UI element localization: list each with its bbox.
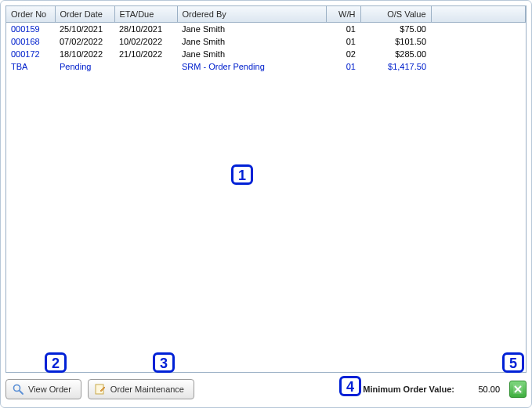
cell-eta: 10/02/2022 <box>114 35 177 48</box>
cell-os-value: $285.00 <box>360 48 431 60</box>
cell-order-date: 07/02/2022 <box>55 35 114 48</box>
min-order-label: Minimum Order Value: <box>363 385 454 394</box>
callout-2: 2 <box>45 352 67 373</box>
table-row[interactable]: 00016807/02/202210/02/2022Jane Smith01$1… <box>6 35 526 48</box>
order-maintenance-button[interactable]: Order Maintenance <box>88 379 194 399</box>
orders-table-panel: Order No Order Date ETA/Due Ordered By W… <box>5 5 527 373</box>
edit-sheet-icon <box>95 384 106 395</box>
cell-pad <box>431 48 526 60</box>
cell-eta: 21/10/2022 <box>114 48 177 60</box>
svg-line-1 <box>20 391 23 394</box>
callout-5: 5 <box>502 352 524 373</box>
cell-os-value: $101.50 <box>360 35 431 48</box>
table-row[interactable]: 00015925/10/202128/10/2021Jane Smith01$7… <box>6 23 526 36</box>
cell-pad <box>431 60 526 73</box>
cell-wh: 01 <box>326 23 360 36</box>
col-ordered-by[interactable]: Ordered By <box>177 6 326 23</box>
cell-order-no: 000159 <box>6 23 55 36</box>
view-order-label: View Order <box>28 385 71 394</box>
cell-wh: 02 <box>326 48 360 60</box>
cell-order-date: 25/10/2021 <box>55 23 114 36</box>
cell-os-value: $75.00 <box>360 23 431 36</box>
min-order-value: 50.00 <box>465 385 503 394</box>
cell-ordered-by: Jane Smith <box>177 23 326 36</box>
col-eta[interactable]: ETA/Due <box>114 6 177 23</box>
magnifier-icon <box>13 384 24 395</box>
orders-window: Order No Order Date ETA/Due Ordered By W… <box>0 0 532 408</box>
excel-icon <box>512 384 523 395</box>
cell-wh: 01 <box>326 35 360 48</box>
order-maintenance-label: Order Maintenance <box>110 385 184 394</box>
cell-wh: 01 <box>326 60 360 73</box>
cell-order-date: Pending <box>55 60 114 73</box>
cell-order-no: 000172 <box>6 48 55 60</box>
cell-ordered-by: SRM - Order Pending <box>177 60 326 73</box>
callout-3: 3 <box>153 352 175 373</box>
cell-ordered-by: Jane Smith <box>177 48 326 60</box>
orders-table: Order No Order Date ETA/Due Ordered By W… <box>6 6 526 73</box>
cell-pad <box>431 35 526 48</box>
export-excel-button[interactable] <box>509 381 527 398</box>
col-order-date[interactable]: Order Date <box>55 6 114 23</box>
col-wh[interactable]: W/H <box>326 6 360 23</box>
cell-order-no: TBA <box>6 60 55 73</box>
cell-os-value: $1,417.50 <box>360 60 431 73</box>
cell-eta: 28/10/2021 <box>114 23 177 36</box>
svg-point-0 <box>14 385 20 392</box>
cell-pad <box>431 23 526 36</box>
cell-order-no: 000168 <box>6 35 55 48</box>
callout-1: 1 <box>231 164 253 185</box>
view-order-button[interactable]: View Order <box>5 379 81 399</box>
col-pad <box>431 6 526 23</box>
cell-ordered-by: Jane Smith <box>177 35 326 48</box>
table-row[interactable]: TBAPendingSRM - Order Pending01$1,417.50 <box>6 60 526 73</box>
cell-eta <box>114 60 177 73</box>
toolbar: View Order Order Maintenance Minimum Ord… <box>5 376 527 403</box>
callout-4: 4 <box>339 376 361 396</box>
col-order-no[interactable]: Order No <box>6 6 55 23</box>
table-header-row: Order No Order Date ETA/Due Ordered By W… <box>6 6 526 23</box>
cell-order-date: 18/10/2022 <box>55 48 114 60</box>
table-row[interactable]: 00017218/10/202221/10/2022Jane Smith02$2… <box>6 48 526 60</box>
col-osv[interactable]: O/S Value <box>360 6 431 23</box>
